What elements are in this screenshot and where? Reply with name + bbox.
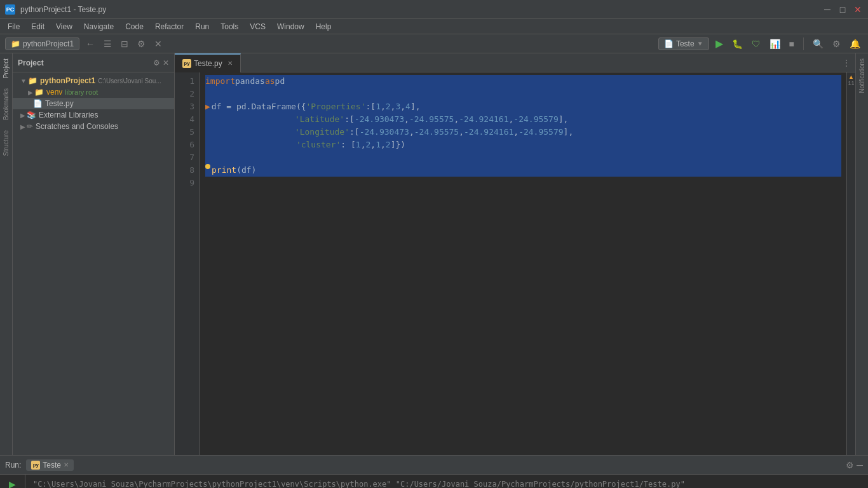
line-num-3: 3 — [175, 100, 194, 113]
menu-refactor[interactable]: Refactor — [150, 21, 189, 32]
title-bar-controls: ─ □ ✕ — [822, 4, 863, 15]
code-line-3: ▶ df = pd.DataFrame({'Properties':[1, 2,… — [205, 100, 841, 113]
main-area: Project Bookmarks Structure Project ⚙ ✕ … — [0, 53, 868, 455]
maximize-button[interactable]: □ — [837, 4, 848, 15]
sidebar-tree: ▼ 📁 pythonProject1 C:\Users\Jovani Sou..… — [13, 72, 174, 455]
project-dropdown[interactable]: 📁 pythonProject1 — [5, 37, 79, 50]
toolbar-list-icon[interactable]: ☰ — [101, 39, 114, 49]
folder-icon-external: 📚 — [27, 111, 36, 119]
stop-button[interactable]: ■ — [787, 39, 797, 49]
project-name: pythonProject1 — [23, 39, 74, 48]
tab-file-icon: py — [182, 59, 191, 68]
tree-item-scratches[interactable]: ▶ ✏ Scratches and Consoles — [13, 121, 174, 132]
tree-item-project[interactable]: ▼ 📁 pythonProject1 C:\Users\Jovani Sou..… — [13, 75, 174, 86]
editor-area: py Teste.py ✕ ⋮ 1 2 3 4 5 6 7 8 9 — [175, 53, 855, 455]
menu-run[interactable]: Run — [190, 21, 214, 32]
menu-help[interactable]: Help — [311, 21, 337, 32]
tab-testepy[interactable]: py Teste.py ✕ — [175, 53, 241, 72]
code-line-9 — [205, 177, 841, 189]
right-sidebar-icons: Notifications — [855, 53, 868, 455]
bookmarks-icon[interactable]: Bookmarks — [1, 86, 11, 123]
run-tab-teste[interactable]: py Teste ✕ — [26, 459, 74, 471]
tree-arrow-venv: ▶ — [28, 89, 33, 96]
search-button[interactable]: 🔍 — [810, 39, 826, 49]
file-icon-testepy: 📄 — [33, 99, 43, 108]
run-tab-close-button[interactable]: ✕ — [64, 461, 69, 468]
run-rerun-button[interactable]: ▶ — [5, 477, 20, 488]
line-num-6: 6 — [175, 139, 194, 151]
toolbar-back-icon[interactable]: ← — [83, 39, 97, 49]
run-output: "C:\Users\Jovani Souza\PycharmProjects\p… — [25, 475, 868, 488]
tab-close-button[interactable]: ✕ — [227, 60, 233, 67]
minimize-button[interactable]: ─ — [822, 4, 832, 15]
tree-label-project: pythonProject1 — [40, 76, 95, 85]
line-num-7: 7 — [175, 151, 194, 164]
run-panel-settings-icon[interactable]: ⚙ — [846, 460, 854, 470]
code-line-5: 'Longitude':[-24.930473, -24.95575, -24.… — [205, 126, 841, 139]
run-config-name: Teste — [676, 39, 695, 48]
code-line-4: 'Latitude':[-24.930473, -24.95575, -24.9… — [205, 113, 841, 126]
code-content[interactable]: import pandas as pd ▶ df = pd.DataFrame(… — [200, 72, 846, 455]
sidebar-title: Project — [18, 58, 44, 67]
tree-path-project: C:\Users\Jovani Sou... — [98, 78, 161, 85]
toolbar-close-icon[interactable]: ✕ — [152, 39, 165, 49]
run-label: Run: — [5, 461, 21, 470]
debug-button[interactable]: 🐛 — [729, 39, 745, 49]
tree-label-testepy: Teste.py — [45, 99, 74, 108]
tree-item-venv[interactable]: ▶ 📁 venv library root — [13, 86, 174, 98]
settings-button[interactable]: ⚙ — [830, 39, 843, 49]
menu-vcs[interactable]: VCS — [245, 21, 271, 32]
toolbar-collapse-icon[interactable]: ⊟ — [118, 39, 131, 49]
run-panel-minimize-icon[interactable]: ─ — [857, 460, 863, 470]
title-bar: PC pythonProject1 - Teste.py ─ □ ✕ — [0, 0, 868, 19]
code-line-8: print(df) — [205, 164, 841, 177]
tree-arrow-scratches: ▶ — [20, 123, 25, 130]
sidebar-close-icon[interactable]: ✕ — [163, 58, 169, 67]
menu-view[interactable]: View — [51, 21, 78, 32]
project-panel-icon[interactable]: Project — [1, 56, 11, 81]
run-button[interactable]: ▶ — [713, 37, 726, 50]
left-sidebar-icons: Project Bookmarks Structure — [0, 53, 13, 455]
tree-arrow-external: ▶ — [20, 112, 25, 119]
line-num-1: 1 — [175, 75, 194, 88]
menu-window[interactable]: Window — [272, 21, 309, 32]
toolbar: 📁 pythonProject1 ← ☰ ⊟ ⚙ ✕ 📄 Teste ▼ ▶ 🐛… — [0, 34, 868, 53]
line-num-2: 2 — [175, 88, 194, 100]
menu-edit[interactable]: Edit — [26, 21, 50, 32]
run-content: ▶ ↑ ■ ↓ ≡ 🖨 📌 🗑 "C:\Users\Jovani Souza\P… — [0, 475, 868, 488]
tree-arrow-project: ▼ — [20, 78, 27, 85]
tree-label-venv-lib: library root — [65, 88, 98, 96]
app-icon: PC — [5, 4, 15, 15]
run-config-dropdown[interactable]: 📄 Teste ▼ — [658, 37, 709, 50]
tree-label-external: External Libraries — [39, 111, 98, 119]
code-editor[interactable]: 1 2 3 4 5 6 7 8 9 import pandas as pd — [175, 72, 855, 455]
menu-code[interactable]: Code — [120, 21, 149, 32]
tree-item-external[interactable]: ▶ 📚 External Libraries — [13, 109, 174, 121]
close-button[interactable]: ✕ — [853, 4, 863, 15]
menu-file[interactable]: File — [3, 21, 25, 32]
run-action-sidebar: ▶ ↑ ■ ↓ ≡ 🖨 📌 🗑 — [0, 475, 25, 488]
right-gutter: ▲ 11 — [846, 72, 855, 455]
code-line-1: import pandas as pd — [205, 75, 841, 88]
notifications-side-icon[interactable]: Notifications — [857, 56, 867, 95]
line-num-5: 5 — [175, 126, 194, 139]
folder-icon-venv: 📁 — [34, 88, 44, 97]
tree-label-scratches: Scratches and Consoles — [36, 122, 118, 131]
toolbar-settings-icon[interactable]: ⚙ — [135, 39, 148, 49]
tab-settings-button[interactable]: ⋮ — [837, 58, 855, 67]
code-line-7 — [205, 151, 841, 164]
coverage-button[interactable]: 🛡 — [749, 39, 763, 49]
profile-button[interactable]: 📊 — [767, 39, 783, 49]
structure-icon[interactable]: Structure — [1, 128, 11, 159]
error-count: 11 — [848, 80, 854, 86]
title-bar-left: PC pythonProject1 - Teste.py — [5, 4, 106, 15]
menu-bar: File Edit View Navigate Code Refactor Ru… — [0, 19, 868, 34]
menu-navigate[interactable]: Navigate — [79, 21, 119, 32]
sidebar-gear-icon[interactable]: ⚙ — [153, 58, 160, 67]
code-line-6: 'cluster': [1, 2, 1, 2]}) — [205, 139, 841, 151]
tab-label: Teste.py — [194, 59, 222, 68]
run-tab-file-icon: py — [31, 461, 40, 470]
tree-item-testepy[interactable]: 📄 Teste.py — [13, 98, 174, 109]
notifications-button[interactable]: 🔔 — [847, 39, 863, 49]
menu-tools[interactable]: Tools — [215, 21, 243, 32]
